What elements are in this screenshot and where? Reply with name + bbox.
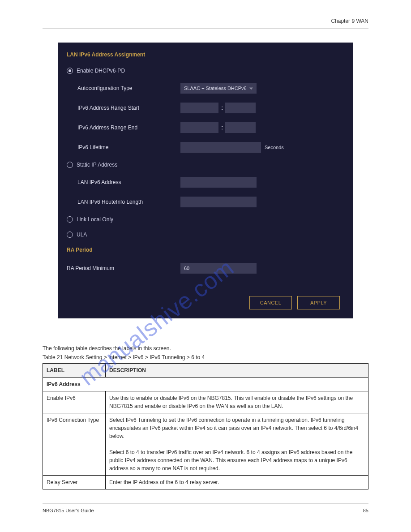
radio-icon[interactable] xyxy=(67,162,73,168)
radio-row-ula[interactable]: ULA xyxy=(67,232,344,238)
description-table: LABEL DESCRIPTION IPv6 Address Enable IP… xyxy=(43,363,368,489)
row-range-start: IPv6 Address Range Start :: xyxy=(67,103,344,113)
radio-icon[interactable] xyxy=(67,232,73,238)
page-header: Chapter 9 WAN xyxy=(43,18,368,24)
row-range-end: IPv6 Address Range End :: xyxy=(67,122,344,133)
lan-ipv6-section-title: LAN IPv6 Address Assignment xyxy=(67,51,344,58)
colon-separator: :: xyxy=(218,105,225,111)
col-header-description: DESCRIPTION xyxy=(106,364,368,378)
row-autoconfig-type: Autoconfiguration Type SLAAC + Stateless… xyxy=(67,83,344,94)
table-row: Relay Server Enter the IP Address of the… xyxy=(43,476,368,489)
input-lan-ipv6-address[interactable] xyxy=(180,177,257,188)
cell-description: Use this to enable or disable IPv6 on th… xyxy=(106,391,368,413)
apply-button[interactable]: APPLY xyxy=(297,296,340,309)
header-rule xyxy=(43,29,368,29)
cell-label: Enable IPv6 xyxy=(43,391,106,413)
input-ra-period-min[interactable] xyxy=(180,263,257,274)
radio-label-static-ip: Static IP Address xyxy=(77,162,117,168)
input-range-end-a[interactable] xyxy=(180,122,218,133)
input-range-start-a[interactable] xyxy=(180,103,218,113)
select-value: SLAAC + Stateless DHCPv6 xyxy=(184,86,247,91)
radio-icon[interactable] xyxy=(67,216,73,223)
row-lan-ipv6-routeinfo: LAN IPv6 RouteInfo Length xyxy=(67,197,344,207)
table-header-row: LABEL DESCRIPTION xyxy=(43,364,368,378)
row-lan-ipv6-address: LAN IPv6 Address xyxy=(67,177,344,188)
row-ipv6-lifetime: IPv6 Lifetime Seconds xyxy=(67,142,344,153)
radio-label-ula: ULA xyxy=(77,232,87,238)
input-range-end-b[interactable] xyxy=(225,122,256,133)
cell-description: Select IPv6 Tunneling to set the IPv6 co… xyxy=(106,413,368,476)
footer-page-number: 85 xyxy=(363,508,368,513)
row-ra-period-min: RA Period Minimum xyxy=(67,263,344,274)
ra-period-section-title: RA Period xyxy=(67,247,344,253)
label-ra-period-min: RA Period Minimum xyxy=(67,265,180,271)
cell-label: Relay Server xyxy=(43,476,106,489)
label-lan-ipv6-address: LAN IPv6 Address xyxy=(77,179,180,185)
input-range-start-b[interactable] xyxy=(225,103,256,113)
radio-row-static-ip[interactable]: Static IP Address xyxy=(67,162,344,168)
table-row: Enable IPv6 Use this to enable or disabl… xyxy=(43,391,368,413)
page-footer: NBG7815 User's Guide 85 xyxy=(43,508,368,513)
button-row: CANCEL APPLY xyxy=(67,296,344,309)
cell-label: IPv6 Connection Type xyxy=(43,413,106,476)
colon-separator: :: xyxy=(218,124,225,131)
footer-rule xyxy=(43,503,368,503)
radio-row-link-local[interactable]: Link Local Only xyxy=(67,216,344,223)
table-row: IPv6 Connection Type Select IPv6 Tunneli… xyxy=(43,413,368,476)
radio-label-dhcpv6pd: Enable DHCPv6-PD xyxy=(77,68,125,74)
table-caption: The following table describes the labels… xyxy=(43,345,368,352)
radio-row-dhcpv6pd[interactable]: Enable DHCPv6-PD xyxy=(67,68,344,74)
input-lan-ipv6-routeinfo[interactable] xyxy=(180,197,257,207)
router-settings-panel: LAN IPv6 Address Assignment Enable DHCPv… xyxy=(58,43,353,318)
footer-doc-title: NBG7815 User's Guide xyxy=(43,508,94,513)
radio-icon[interactable] xyxy=(67,68,73,74)
lifetime-suffix: Seconds xyxy=(261,145,284,150)
select-autoconfig-type[interactable]: SLAAC + Stateless DHCPv6 xyxy=(180,83,257,94)
cell-description: Enter the IP Address of the 6 to 4 relay… xyxy=(106,476,368,489)
label-range-start: IPv6 Address Range Start xyxy=(77,105,180,111)
label-ipv6-lifetime: IPv6 Lifetime xyxy=(77,144,180,150)
label-autoconfig-type: Autoconfiguration Type xyxy=(77,85,180,91)
table-section-header: IPv6 Address xyxy=(43,378,368,391)
table-section-row: IPv6 Address xyxy=(43,378,368,391)
cancel-button[interactable]: CANCEL xyxy=(249,296,292,309)
label-lan-ipv6-routeinfo: LAN IPv6 RouteInfo Length xyxy=(77,199,180,205)
input-ipv6-lifetime[interactable] xyxy=(180,142,261,153)
col-header-label: LABEL xyxy=(43,364,106,378)
table-title: Table 21 Network Setting > Internet > IP… xyxy=(43,354,368,360)
label-range-end: IPv6 Address Range End xyxy=(77,124,180,131)
radio-label-link-local: Link Local Only xyxy=(77,216,113,223)
